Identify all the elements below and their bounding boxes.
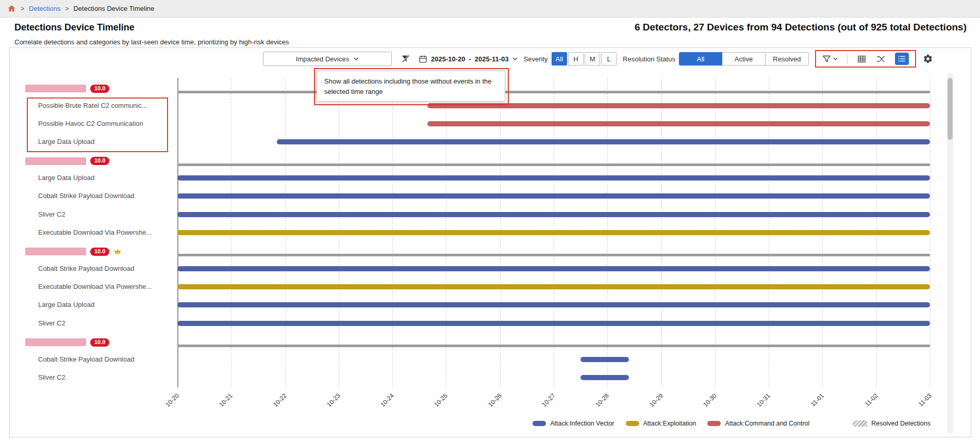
detection-label[interactable]: Possible Havoc C2 Communication <box>38 119 169 128</box>
group-by-dropdown[interactable]: Impacted Devices <box>263 52 392 66</box>
detection-timeline-bar[interactable] <box>177 302 930 307</box>
device-row-label[interactable]: 10.0 <box>25 247 122 256</box>
device-row-label[interactable]: 10.0 <box>25 84 109 93</box>
detection-timeline-bar[interactable] <box>580 375 629 380</box>
chevron-down-icon <box>833 57 838 60</box>
severity-label: Severity <box>524 55 548 63</box>
detection-label[interactable]: Large Data Upload <box>38 173 169 183</box>
device-timeline-bar[interactable] <box>177 164 930 166</box>
detection-label[interactable]: Executable Download Via Powershe... <box>38 282 169 291</box>
breadcrumb-current-page: Detections Device Timeline <box>73 5 154 12</box>
legend-color-swatch <box>707 421 721 426</box>
breadcrumb-separator: > <box>65 5 69 12</box>
risk-score-badge: 10.0 <box>90 157 109 165</box>
risk-score-badge: 10.0 <box>90 338 109 347</box>
filter-events-toggle-button[interactable] <box>401 54 410 63</box>
detection-label[interactable]: Large Data Upload <box>38 137 169 146</box>
resolution-active-button[interactable]: Active <box>722 52 766 66</box>
detection-label[interactable]: Cobalt Strike Payload Download <box>38 264 169 273</box>
detection-label[interactable]: Cobalt Strike Payload Download <box>38 355 169 364</box>
detection-timeline-bar[interactable] <box>177 284 930 289</box>
resolution-resolved-button[interactable]: Resolved <box>766 52 809 66</box>
legend-label: Attack:Command and Control <box>725 420 809 427</box>
date-range-separator: - <box>469 55 471 63</box>
tooltip-text: Show all detections including those with… <box>324 77 491 95</box>
tooltip-annotation-box: Show all detections including those with… <box>314 68 509 105</box>
detection-label[interactable]: Sliver C2 <box>38 319 169 328</box>
device-name-redacted <box>25 85 86 92</box>
severity-high-button[interactable]: H <box>568 52 584 66</box>
date-range-picker[interactable]: 2025-10-20 - 2025-11-03 <box>419 55 518 63</box>
group-by-value: Impacted Devices <box>296 55 349 63</box>
scrollbar-thumb[interactable] <box>948 78 953 140</box>
toolbar-divider <box>847 53 848 64</box>
detection-timeline-bar[interactable] <box>177 321 930 326</box>
legend-item: Attack:Infection Vector <box>533 420 614 427</box>
legend-label: Attack:Infection Vector <box>550 420 614 427</box>
breadcrumb-separator: > <box>21 5 24 12</box>
resolution-status-label: Resolution Status <box>623 55 675 63</box>
crown-icon <box>113 248 122 256</box>
device-timeline-bar[interactable] <box>177 254 930 256</box>
detection-label[interactable]: Sliver C2 <box>38 210 169 219</box>
breadcrumb: > Detections > Detections Device Timelin… <box>0 0 980 18</box>
legend-label: Resolved Detections <box>871 420 931 427</box>
detection-label[interactable]: Sliver C2 <box>38 373 169 382</box>
timeline-view-button[interactable] <box>895 53 909 65</box>
vertical-scrollbar[interactable] <box>947 73 953 434</box>
flow-view-button[interactable] <box>876 54 886 64</box>
severity-low-button[interactable]: L <box>601 52 617 66</box>
detection-timeline-bar[interactable] <box>580 357 629 362</box>
page-subtitle: Correlate detections and categories by l… <box>14 38 289 46</box>
severity-medium-button[interactable]: M <box>585 52 600 66</box>
legend-color-swatch <box>533 421 546 426</box>
detection-label[interactable]: Large Data Upload <box>38 300 169 309</box>
rows-layer: 10.0Possible Brute Ratel C2 communic...P… <box>10 48 971 437</box>
detection-timeline-bar[interactable] <box>177 266 930 271</box>
detection-label[interactable]: Executable Download Via Powershe... <box>38 228 169 237</box>
detection-timeline-bar[interactable] <box>177 212 930 217</box>
breadcrumb-link-detections[interactable]: Detections <box>29 5 60 12</box>
filter-tooltip: Show all detections including those with… <box>317 71 505 102</box>
severity-all-button[interactable]: All <box>552 52 567 66</box>
resolution-all-button[interactable]: All <box>679 52 722 66</box>
view-controls-annotation-box <box>815 50 916 68</box>
legend-label: Attack:Exploitation <box>643 420 696 427</box>
legend-color-swatch <box>626 421 639 426</box>
filter-dropdown-button[interactable] <box>822 55 838 63</box>
resolution-filter-group: All Active Resolved <box>679 52 809 66</box>
device-row-label[interactable]: 10.0 <box>25 156 109 166</box>
detection-timeline-bar[interactable] <box>177 230 930 235</box>
table-view-button[interactable] <box>857 54 867 64</box>
detection-timeline-bar[interactable] <box>177 193 930 199</box>
timeline-panel: Impacted Devices 2025-10-20 - 2025-11-03… <box>9 47 971 437</box>
legend-item: Attack:Exploitation <box>626 420 696 427</box>
settings-gear-button[interactable] <box>923 54 933 64</box>
toolbar: Impacted Devices 2025-10-20 - 2025-11-03… <box>263 51 933 67</box>
date-range-end: 2025-11-03 <box>475 55 509 63</box>
device-name-redacted <box>25 338 86 346</box>
device-timeline-bar[interactable] <box>177 345 930 347</box>
chart-legend: Attack:Infection VectorAttack:Exploitati… <box>533 420 931 427</box>
date-range-start: 2025-10-20 <box>431 55 466 63</box>
chevron-down-icon <box>354 57 359 60</box>
detection-label[interactable]: Possible Brute Ratel C2 communic... <box>38 101 169 110</box>
detections-summary: 6 Detectors, 27 Devices from 94 Detectio… <box>635 22 967 33</box>
device-timeline-bar[interactable] <box>177 91 930 93</box>
detection-timeline-bar[interactable] <box>427 121 930 126</box>
detection-timeline-bar[interactable] <box>277 139 930 144</box>
detection-timeline-bar[interactable] <box>177 175 930 181</box>
device-name-redacted <box>25 248 86 255</box>
detection-label[interactable]: Cobalt Strike Payload Download <box>38 191 169 201</box>
legend-item: Attack:Command and Control <box>707 420 809 427</box>
device-row-label[interactable]: 10.0 <box>25 338 109 347</box>
risk-score-badge: 10.0 <box>90 248 109 256</box>
chevron-down-icon <box>512 57 518 60</box>
severity-filter-group: All H M L <box>552 52 617 66</box>
page-title: Detections Device Timeline <box>14 22 135 33</box>
risk-score-badge: 10.0 <box>90 85 109 93</box>
calendar-icon <box>419 55 427 63</box>
home-icon[interactable] <box>7 4 16 13</box>
page-header: Detections Device Timeline 6 Detectors, … <box>0 18 980 47</box>
resolved-hatch-swatch <box>853 420 867 427</box>
